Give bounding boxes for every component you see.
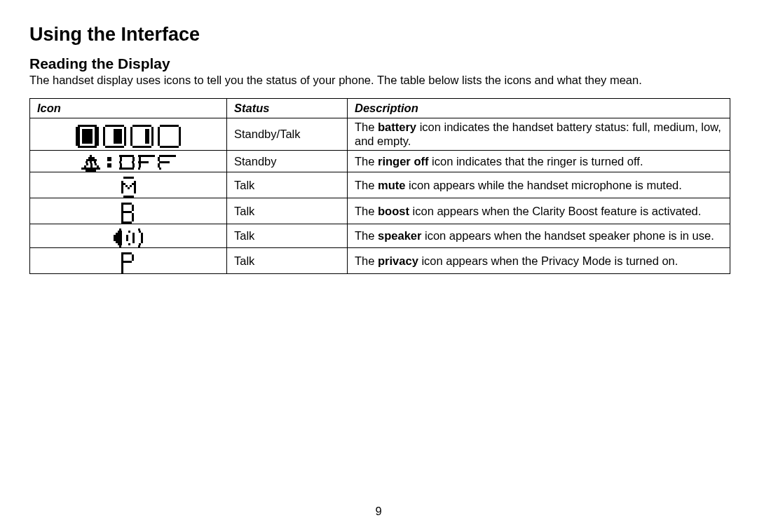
- icon-reference-table: Icon Status Description Standby/TalkThe …: [29, 98, 730, 274]
- table-header-row: Icon Status Description: [30, 99, 730, 118]
- icon-boost: [30, 198, 227, 224]
- description-cell: The speaker icon appears when the handse…: [348, 224, 730, 248]
- icon-mute: [30, 172, 227, 198]
- status-cell: Standby/Talk: [227, 118, 348, 151]
- icon-battery: [30, 118, 227, 151]
- table-row: TalkThe boost icon appears when the Clar…: [30, 198, 730, 224]
- section-intro: The handset display uses icons to tell y…: [29, 74, 730, 87]
- table-row: Standby/TalkThe battery icon indicates t…: [30, 118, 730, 151]
- table-body: Standby/TalkThe battery icon indicates t…: [30, 118, 730, 274]
- col-header-icon: Icon: [30, 99, 227, 118]
- description-cell: The ringer off icon indicates that the r…: [348, 151, 730, 172]
- col-header-description: Description: [348, 99, 730, 118]
- table-row: TalkThe privacy icon appears when the Pr…: [30, 248, 730, 274]
- icon-ringer-off: [30, 151, 227, 172]
- section-subheading: Reading the Display: [29, 55, 730, 72]
- table-row: TalkThe mute icon appears while the hand…: [30, 172, 730, 198]
- icon-privacy: [30, 248, 227, 274]
- icon-speaker: [30, 224, 227, 248]
- status-cell: Talk: [227, 248, 348, 274]
- table-row: TalkThe speaker icon appears when the ha…: [30, 224, 730, 248]
- status-cell: Talk: [227, 224, 348, 248]
- page-number: 9: [0, 505, 757, 518]
- page-heading: Using the Interface: [29, 24, 730, 46]
- status-cell: Talk: [227, 172, 348, 198]
- status-cell: Talk: [227, 198, 348, 224]
- manual-page: Using the Interface Reading the Display …: [0, 0, 757, 532]
- description-cell: The boost icon appears when the Clarity …: [348, 198, 730, 224]
- description-cell: The mute icon appears while the handset …: [348, 172, 730, 198]
- table-row: StandbyThe ringer off icon indicates tha…: [30, 151, 730, 172]
- status-cell: Standby: [227, 151, 348, 172]
- description-cell: The battery icon indicates the handset b…: [348, 118, 730, 151]
- description-cell: The privacy icon appears when the Privac…: [348, 248, 730, 274]
- col-header-status: Status: [227, 99, 348, 118]
